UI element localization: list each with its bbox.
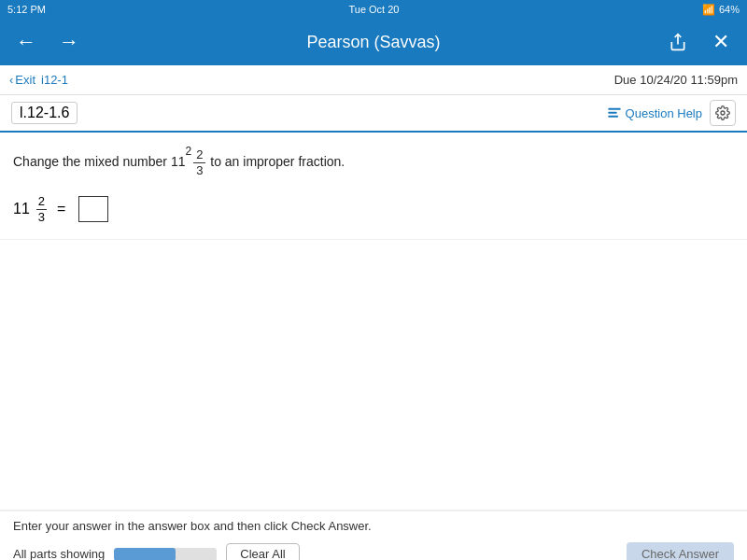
exit-button[interactable]: ‹ Exit [9,73,35,87]
question-frac-den: 3 [193,163,205,178]
header-right: Question Help [607,100,736,126]
sub-nav-left: ‹ Exit i12-1 [9,73,68,87]
question-instruction-suffix: to an improper fraction. [206,154,345,169]
main-content: Change the mixed number 11223 to an impr… [0,133,747,240]
answer-input[interactable] [78,196,108,222]
exit-arrow-icon: ‹ [9,73,13,87]
status-date: Tue Oct 20 [348,4,399,15]
svg-rect-3 [608,116,618,118]
nav-left: ← → [11,27,84,57]
check-answer-button[interactable]: Check Answer [627,542,734,560]
battery-indicator: 64% [719,4,740,15]
equals-sign: = [57,201,65,217]
progress-bar-area: All parts showing Clear All Check Answer [0,537,747,560]
instruction-text: Enter your answer in the answer box and … [13,519,372,533]
nav-right: ✕ [663,27,736,57]
math-expression: 11 2 3 = [13,194,734,224]
content-spacer [0,240,747,511]
question-instruction-prefix: Change the mixed number 11 [13,154,185,169]
app-title: Pearson (Savvas) [306,33,440,52]
sub-nav: ‹ Exit i12-1 Due 10/24/20 11:59pm [0,65,747,95]
svg-rect-2 [608,112,616,114]
expr-frac-num: 2 [36,194,47,210]
back-nav-button[interactable]: ← [11,27,41,57]
svg-point-4 [721,111,725,115]
clear-all-button[interactable]: Clear All [226,543,299,560]
lesson-id: l.12-1.6 [11,102,78,124]
question-frac-num: 2 [193,147,205,163]
content-header: l.12-1.6 Question Help [0,95,747,133]
close-button[interactable]: ✕ [706,27,736,57]
wifi-icon: 📶 [702,4,715,16]
mixed-number-numerator: 2 [185,145,191,158]
all-parts-label: All parts showing [13,547,105,560]
exit-label: Exit [15,73,35,87]
expr-frac-den: 3 [36,210,47,225]
expression-whole: 11 [13,201,30,217]
forward-nav-button[interactable]: → [54,27,84,57]
status-right: 📶 64% [702,4,740,16]
instruction-bar: Enter your answer in the answer box and … [0,511,747,537]
progress-bar-track [114,548,217,560]
progress-bar-fill [114,548,176,560]
progress-left: All parts showing Clear All [13,543,300,560]
lesson-code: i12-1 [41,73,68,87]
question-help-button[interactable]: Question Help [607,105,702,120]
status-time: 5:12 PM [7,4,46,15]
share-button[interactable] [663,27,693,57]
svg-rect-1 [608,108,620,110]
status-bar: 5:12 PM Tue Oct 20 📶 64% [0,0,747,19]
nav-bar: ← → Pearson (Savvas) ✕ [0,19,747,65]
question-text: Change the mixed number 11223 to an impr… [13,147,734,177]
due-date: Due 10/24/20 11:59pm [614,73,738,87]
question-help-label: Question Help [626,106,702,120]
settings-button[interactable] [710,100,736,126]
